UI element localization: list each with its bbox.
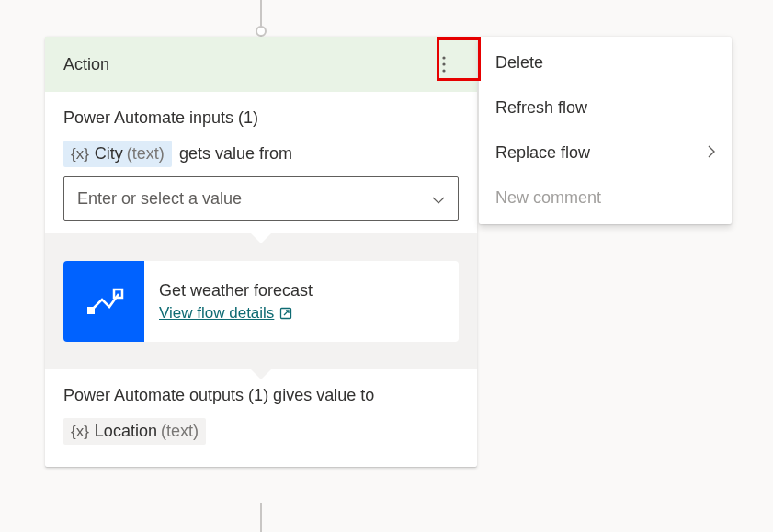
menu-item-label: Delete — [495, 53, 543, 73]
card-title: Action — [63, 55, 109, 74]
outputs-title: Power Automate outputs (1) gives value t… — [63, 386, 459, 405]
value-select-placeholder: Enter or select a value — [77, 189, 242, 209]
flow-title: Get weather forecast — [159, 281, 313, 300]
menu-item-new-comment: New comment — [479, 175, 732, 221]
chevron-down-icon — [432, 189, 445, 209]
flow-card: Get weather forecast View flow details — [63, 261, 459, 342]
input-variable-token[interactable]: {x} City (text) — [63, 141, 172, 167]
outputs-section: Power Automate outputs (1) gives value t… — [45, 369, 477, 467]
input-variable-type: (text) — [127, 144, 165, 164]
input-variable-name: City — [95, 144, 123, 164]
inputs-section: Power Automate inputs (1) {x} City (text… — [45, 92, 477, 233]
connector-line-bottom — [260, 503, 262, 532]
variable-brace-icon: {x} — [71, 145, 89, 164]
more-options-button[interactable] — [429, 50, 459, 79]
svg-point-0 — [442, 56, 445, 59]
input-variable-row: {x} City (text) gets value from — [63, 141, 459, 167]
flow-info: Get weather forecast View flow details — [159, 270, 313, 334]
menu-item-refresh-flow[interactable]: Refresh flow — [479, 85, 732, 130]
menu-item-replace-flow[interactable]: Replace flow — [479, 130, 732, 175]
inputs-title: Power Automate inputs (1) — [63, 108, 459, 128]
action-card: Action Power Automate inputs (1) {x} Cit… — [45, 37, 477, 467]
context-menu: Delete Refresh flow Replace flow New com… — [479, 37, 732, 224]
more-vertical-icon — [442, 56, 446, 73]
value-select-dropdown[interactable]: Enter or select a value — [63, 176, 459, 221]
svg-point-1 — [442, 62, 445, 65]
node-connector-handle[interactable] — [256, 26, 267, 37]
flow-icon — [63, 261, 144, 342]
output-variable-name: Location — [95, 422, 157, 441]
variable-brace-icon: {x} — [71, 423, 89, 441]
external-link-icon — [279, 307, 292, 320]
flow-link-text: View flow details — [159, 304, 274, 323]
gets-value-from-label: gets value from — [179, 144, 292, 164]
output-variable-type: (text) — [161, 422, 199, 441]
menu-item-label: New comment — [495, 188, 601, 208]
flow-section: Get weather forecast View flow details — [45, 233, 477, 369]
output-variable-token[interactable]: {x} Location (text) — [63, 418, 206, 445]
svg-point-2 — [442, 69, 445, 72]
menu-item-label: Refresh flow — [495, 98, 587, 118]
chevron-right-icon — [708, 143, 715, 163]
menu-item-label: Replace flow — [495, 143, 590, 163]
card-header: Action — [45, 37, 477, 92]
view-flow-details-link[interactable]: View flow details — [159, 304, 313, 323]
svg-rect-4 — [87, 307, 95, 314]
menu-item-delete[interactable]: Delete — [479, 40, 732, 85]
